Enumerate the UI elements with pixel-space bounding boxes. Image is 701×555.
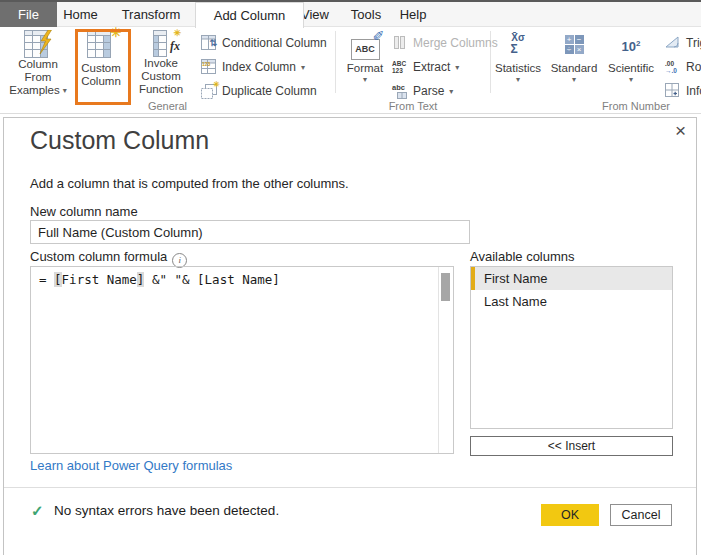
index-digits-icon: 123 bbox=[202, 63, 206, 67]
button-label: Invoke Custom bbox=[128, 57, 194, 83]
divide-glyph: ÷ bbox=[565, 45, 574, 54]
chevron-down-icon: ▾ bbox=[455, 63, 459, 72]
button-label: Custom bbox=[81, 62, 121, 75]
round-bottom-glyph: →.0 bbox=[665, 67, 681, 74]
formula-editor[interactable]: = [First Name] &" "& [Last Name] bbox=[30, 266, 454, 454]
scrollbar-thumb[interactable] bbox=[441, 273, 450, 301]
extract-button[interactable]: ABC 123 Extract ▾ bbox=[392, 57, 459, 77]
button-label: Examples bbox=[9, 84, 60, 97]
rounding-icon: .00 →.0 bbox=[665, 60, 681, 74]
invoke-custom-function-button[interactable]: fx ✳ Invoke Custom Function bbox=[128, 30, 194, 96]
information-button[interactable]: Info bbox=[665, 81, 701, 101]
close-icon[interactable]: × bbox=[675, 120, 686, 142]
round-top-glyph: .00 bbox=[665, 60, 681, 67]
button-label: Trig bbox=[686, 36, 701, 50]
index-column-icon: 123 bbox=[201, 59, 217, 75]
button-label: Column From bbox=[4, 58, 72, 84]
dialog-title: Custom Column bbox=[30, 126, 209, 155]
exponent-glyph: 2 bbox=[636, 39, 640, 48]
starburst-icon: ✳ bbox=[111, 26, 122, 39]
cancel-button[interactable]: Cancel bbox=[610, 504, 672, 526]
button-label: Statistics bbox=[495, 62, 541, 75]
standard-icon: + − ÷ × bbox=[565, 30, 584, 62]
rounding-button[interactable]: .00 →.0 Rou bbox=[665, 57, 701, 77]
learn-formulas-link[interactable]: Learn about Power Query formulas bbox=[30, 458, 232, 473]
standard-button[interactable]: + − ÷ × Standard ▾ bbox=[546, 30, 602, 96]
scientific-button[interactable]: 102 Scientific ▾ bbox=[604, 30, 658, 96]
merge-columns-button: Merge Columns bbox=[392, 33, 498, 53]
statistics-icon: X̄σ Σ bbox=[511, 30, 525, 62]
custom-column-button[interactable]: ✳ Custom Column bbox=[78, 30, 124, 96]
abc-lower-glyph: abc bbox=[392, 83, 405, 92]
button-label: Parse bbox=[413, 84, 444, 98]
ribbon-tab-bar: File Home Transform Add Column View Tool… bbox=[0, 2, 701, 27]
minus-glyph: − bbox=[575, 35, 584, 44]
button-label: Merge Columns bbox=[413, 36, 498, 50]
statistics-button[interactable]: X̄σ Σ Statistics ▾ bbox=[492, 30, 544, 96]
available-columns-list: First Name Last Name bbox=[470, 266, 673, 429]
ok-button[interactable]: OK bbox=[541, 504, 599, 526]
button-label: Info bbox=[686, 84, 701, 98]
conditional-column-icon: ⇅ bbox=[201, 35, 217, 51]
tab-transform[interactable]: Transform bbox=[112, 2, 190, 27]
ten-glyph: 10 bbox=[622, 39, 636, 54]
123-glyph: 123 bbox=[392, 67, 408, 74]
group-label-from-text: From Text bbox=[336, 100, 490, 112]
group-label-from-number: From Number bbox=[491, 100, 701, 112]
chevron-down-icon: ▾ bbox=[572, 75, 576, 84]
check-icon: ✓ bbox=[31, 502, 44, 520]
column-from-examples-button[interactable]: Column From Examples ▾ bbox=[4, 30, 72, 96]
tab-help[interactable]: Help bbox=[391, 2, 435, 27]
conditional-column-button[interactable]: ⇅ Conditional Column bbox=[201, 33, 327, 53]
scientific-icon: 102 bbox=[622, 30, 641, 62]
button-label: Column bbox=[81, 75, 121, 88]
syntax-status-text: No syntax errors have been detected. bbox=[54, 503, 279, 518]
custom-column-icon: ✳ bbox=[87, 30, 116, 62]
formula-label-text: Custom column formula bbox=[30, 249, 167, 264]
button-label: Function bbox=[139, 83, 183, 96]
formula-suffix: &" "& [Last Name] bbox=[144, 272, 279, 287]
times-glyph: × bbox=[575, 45, 584, 54]
fx-icon: fx bbox=[170, 40, 180, 53]
swap-arrows-icon: ⇅ bbox=[209, 38, 217, 48]
button-label: Conditional Column bbox=[222, 36, 327, 50]
trigonometry-button[interactable]: Trig bbox=[665, 33, 701, 53]
tab-add-column[interactable]: Add Column bbox=[195, 2, 304, 28]
format-button[interactable]: ABC ✐ Format ▾ bbox=[342, 30, 388, 96]
index-column-button[interactable]: 123 Index Column ▾ bbox=[201, 57, 305, 77]
tab-home[interactable]: Home bbox=[58, 2, 103, 27]
formula-text: = [First Name] &" "& [Last Name] bbox=[39, 272, 280, 287]
chevron-down-icon: ▾ bbox=[516, 75, 520, 84]
insert-button[interactable]: << Insert bbox=[470, 436, 673, 456]
parse-button[interactable]: abc Parse ▾ bbox=[392, 81, 453, 101]
information-icon bbox=[665, 83, 681, 99]
duplicate-column-icon: ✳ bbox=[201, 83, 217, 99]
format-icon: ABC ✐ bbox=[351, 30, 380, 62]
merge-columns-icon bbox=[392, 35, 408, 51]
formula-bracket-open: [ bbox=[54, 272, 62, 287]
extract-icon: ABC 123 bbox=[392, 60, 408, 74]
button-label: Extract bbox=[413, 60, 450, 74]
tab-file[interactable]: File bbox=[0, 2, 57, 27]
group-separator bbox=[335, 31, 336, 93]
parse-icon: abc bbox=[392, 83, 408, 99]
chevron-down-icon: ▾ bbox=[629, 75, 633, 84]
footer-divider bbox=[4, 487, 696, 488]
column-from-examples-icon bbox=[24, 30, 53, 58]
formula-token: First Name bbox=[62, 272, 137, 287]
chevron-down-icon: ▾ bbox=[449, 87, 453, 96]
button-label: Index Column bbox=[222, 60, 296, 74]
new-column-name-label: New column name bbox=[30, 204, 138, 219]
chevron-down-icon: ▾ bbox=[63, 86, 67, 95]
button-label: Format bbox=[347, 62, 383, 75]
duplicate-column-button[interactable]: ✳ Duplicate Column bbox=[201, 81, 317, 101]
tab-tools[interactable]: Tools bbox=[344, 2, 388, 27]
plus-glyph: + bbox=[565, 35, 574, 44]
list-item[interactable]: Last Name bbox=[471, 290, 672, 313]
formula-prefix: = bbox=[39, 272, 54, 287]
starburst-icon: ✳ bbox=[173, 27, 181, 40]
sigma-glyph: Σ bbox=[510, 43, 517, 55]
list-item[interactable]: First Name bbox=[471, 267, 672, 290]
new-column-name-input[interactable] bbox=[30, 220, 470, 244]
power-query-editor-window: File Home Transform Add Column View Tool… bbox=[0, 0, 701, 555]
